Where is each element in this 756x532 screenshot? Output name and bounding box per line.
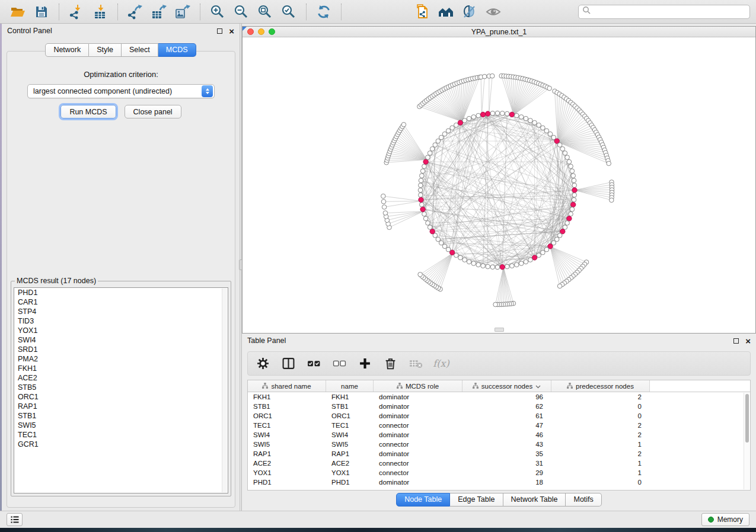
cell-shared-name[interactable]: TEC1: [248, 421, 326, 430]
cell-shared-name[interactable]: YOX1: [248, 468, 326, 477]
mcds-result-item[interactable]: TEC1: [14, 430, 228, 440]
mcds-list-scrollbar[interactable]: [222, 289, 227, 492]
mcds-result-item[interactable]: RAP1: [14, 402, 228, 411]
cell-successor-nodes[interactable]: 47: [462, 421, 551, 430]
zoom-fit-icon[interactable]: [256, 3, 274, 21]
sort-desc-icon[interactable]: [535, 383, 541, 390]
cell-mcds-role[interactable]: dominator: [374, 411, 462, 421]
table-scrollbar-thumb[interactable]: [745, 394, 749, 443]
zoom-out-icon[interactable]: [232, 3, 250, 21]
memory-button[interactable]: Memory: [701, 513, 749, 526]
mcds-result-item[interactable]: STP4: [14, 307, 228, 316]
import-network-icon[interactable]: [68, 3, 85, 21]
export-table-icon[interactable]: [150, 3, 168, 21]
apply-layout-icon[interactable]: [315, 3, 333, 21]
cell-shared-name[interactable]: SWI5: [248, 440, 326, 449]
cell-mcds-role[interactable]: connector: [374, 468, 462, 477]
export-image-icon[interactable]: [174, 3, 192, 21]
mcds-result-item[interactable]: SWI4: [14, 335, 228, 345]
table-row[interactable]: STB1STB1dominator620: [248, 402, 750, 411]
cell-predecessor-nodes[interactable]: 0: [551, 411, 650, 421]
column-header-mcds-role[interactable]: MCDS role: [374, 380, 462, 392]
delete-column-icon[interactable]: [382, 356, 398, 371]
mcds-result-item[interactable]: SRD1: [14, 345, 228, 354]
column-header-predecessor-nodes[interactable]: predecessor nodes: [551, 380, 650, 392]
network-canvas[interactable]: [243, 37, 755, 333]
save-session-icon[interactable]: [33, 3, 50, 21]
cell-shared-name[interactable]: PHD1: [248, 477, 326, 487]
close-panel-icon[interactable]: ×: [229, 28, 234, 34]
cell-name[interactable]: FKH1: [326, 392, 374, 402]
table-row[interactable]: PHD1PHD1dominator180: [248, 477, 750, 487]
cell-predecessor-nodes[interactable]: 1: [551, 440, 650, 449]
mcds-result-item[interactable]: ORC1: [14, 392, 228, 402]
cell-shared-name[interactable]: SWI4: [248, 430, 326, 440]
table-row[interactable]: SWI5SWI5connector431: [248, 440, 750, 449]
table-row[interactable]: TEC1TEC1connector472: [248, 421, 750, 430]
cell-mcds-role[interactable]: dominator: [374, 402, 462, 411]
table-row[interactable]: ORC1ORC1dominator610: [248, 411, 750, 421]
tab-network[interactable]: Network: [45, 43, 89, 57]
export-network-icon[interactable]: [126, 3, 144, 21]
column-header-name[interactable]: name: [326, 380, 374, 392]
cell-shared-name[interactable]: STB1: [248, 402, 326, 411]
cell-predecessor-nodes[interactable]: 2: [551, 421, 650, 430]
table-tab-node-table[interactable]: Node Table: [396, 493, 450, 507]
cell-mcds-role[interactable]: dominator: [374, 477, 462, 487]
cell-predecessor-nodes[interactable]: 0: [551, 402, 650, 411]
zoom-selected-icon[interactable]: [280, 3, 298, 21]
cell-successor-nodes[interactable]: 61: [462, 411, 551, 421]
cell-name[interactable]: STB1: [326, 402, 374, 411]
cell-mcds-role[interactable]: connector: [374, 459, 462, 468]
mcds-result-list[interactable]: PHD1CAR1STP4TID3YOX1SWI4SRD1PMA2FKH1ACE2…: [14, 287, 228, 493]
mcds-result-item[interactable]: GCR1: [14, 440, 228, 449]
show-home-icon[interactable]: [437, 3, 455, 21]
eye-icon[interactable]: [484, 3, 502, 21]
mcds-result-item[interactable]: YOX1: [14, 326, 228, 335]
column-header-successor-nodes[interactable]: successor nodes: [462, 380, 551, 392]
table-row[interactable]: FKH1FKH1dominator962: [248, 392, 750, 402]
cell-shared-name[interactable]: RAP1: [248, 449, 326, 459]
column-header-shared-name[interactable]: shared name: [248, 380, 326, 392]
cell-predecessor-nodes[interactable]: 0: [551, 477, 650, 487]
tab-style[interactable]: Style: [89, 43, 122, 57]
import-table-icon[interactable]: [91, 3, 109, 21]
table-tab-motifs[interactable]: Motifs: [566, 493, 601, 507]
horizontal-splitter-grip[interactable]: [495, 328, 504, 332]
cell-mcds-role[interactable]: dominator: [374, 430, 462, 440]
deselect-all-icon[interactable]: [331, 356, 347, 371]
close-panel-icon[interactable]: ×: [745, 338, 751, 344]
table-row[interactable]: RAP1RAP1dominator352: [248, 449, 750, 459]
cell-successor-nodes[interactable]: 43: [462, 440, 551, 449]
task-history-button[interactable]: [7, 513, 23, 526]
cell-predecessor-nodes[interactable]: 1: [551, 468, 650, 477]
mcds-result-item[interactable]: ACE2: [14, 373, 228, 383]
cell-successor-nodes[interactable]: 29: [462, 468, 551, 477]
select-all-icon[interactable]: [306, 356, 321, 371]
mcds-result-item[interactable]: TID3: [14, 316, 228, 326]
mcds-result-item[interactable]: SWI5: [14, 421, 228, 430]
cell-name[interactable]: SWI5: [326, 440, 374, 449]
cell-predecessor-nodes[interactable]: 1: [551, 459, 650, 468]
split-panel-icon[interactable]: [280, 356, 296, 371]
graphics-details-icon[interactable]: [461, 3, 479, 21]
cell-predecessor-nodes[interactable]: 2: [551, 430, 650, 440]
cell-successor-nodes[interactable]: 96: [462, 392, 551, 402]
cell-shared-name[interactable]: ACE2: [248, 459, 326, 468]
table-tab-edge-table[interactable]: Edge Table: [450, 493, 503, 507]
float-panel-icon[interactable]: [733, 338, 739, 344]
float-panel-icon[interactable]: [217, 28, 222, 34]
cell-successor-nodes[interactable]: 18: [462, 477, 551, 487]
cell-predecessor-nodes[interactable]: 2: [551, 392, 650, 402]
network-from-selection-icon[interactable]: [413, 3, 431, 21]
cell-shared-name[interactable]: ORC1: [248, 411, 326, 421]
cell-name[interactable]: YOX1: [326, 468, 374, 477]
table-scrollbar[interactable]: [744, 393, 749, 489]
cell-name[interactable]: SWI4: [326, 430, 374, 440]
table-row[interactable]: ACE2ACE2connector311: [248, 459, 750, 468]
cell-shared-name[interactable]: FKH1: [248, 392, 326, 402]
search-input[interactable]: [594, 8, 746, 16]
cell-mcds-role[interactable]: dominator: [374, 449, 462, 459]
cell-mcds-role[interactable]: connector: [374, 440, 462, 449]
mcds-result-item[interactable]: STB1: [14, 411, 228, 421]
